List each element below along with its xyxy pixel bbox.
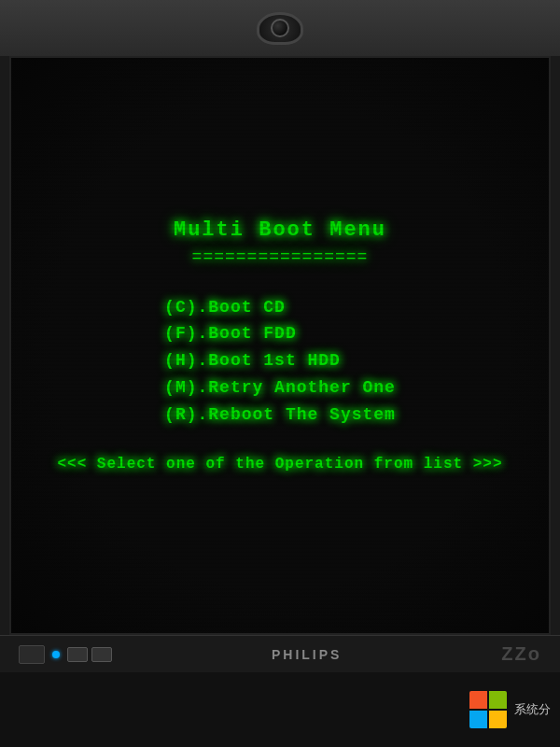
status-bar: <<< Select one of the Operation from lis… bbox=[30, 456, 530, 472]
menu-title: Multi Boot Menu bbox=[30, 218, 530, 242]
windows-logo-red bbox=[469, 691, 487, 709]
menu-separator: ================ bbox=[30, 247, 530, 266]
top-bezel bbox=[0, 0, 560, 56]
philips-brand: PHILIPS bbox=[272, 647, 342, 662]
windows-logo[interactable] bbox=[469, 691, 507, 728]
taskbar: 系统分 bbox=[0, 672, 560, 747]
menu-item-boot-cd[interactable]: (C).Boot CD bbox=[164, 294, 396, 321]
windows-logo-blue bbox=[469, 711, 487, 728]
menu-item-boot-hdd[interactable]: (H).Boot 1st HDD bbox=[164, 347, 396, 374]
windows-logo-yellow bbox=[489, 711, 507, 728]
taskbar-button-1[interactable] bbox=[19, 645, 45, 664]
small-icon-2 bbox=[91, 647, 112, 662]
sys-label: 系统分 bbox=[514, 701, 551, 718]
menu-items-list: (C).Boot CD (F).Boot FDD (H).Boot 1st HD… bbox=[164, 294, 396, 429]
menu-item-reboot[interactable]: (R).Reboot The System bbox=[164, 402, 396, 429]
watermark-area: ZZo bbox=[501, 643, 541, 665]
led-indicator bbox=[52, 651, 60, 658]
brand-left bbox=[19, 645, 112, 664]
menu-item-retry[interactable]: (M).Retry Another One bbox=[164, 374, 396, 402]
webcam-lens bbox=[271, 19, 289, 37]
bios-screen: Multi Boot Menu ================ (C).Boo… bbox=[9, 56, 551, 635]
bottom-bezel: PHILIPS ZZo 系统分 bbox=[0, 635, 560, 747]
windows-logo-green bbox=[489, 691, 507, 709]
webcam bbox=[257, 12, 303, 45]
brand-bar: PHILIPS ZZo bbox=[0, 635, 560, 672]
menu-item-boot-fdd[interactable]: (F).Boot FDD bbox=[164, 320, 396, 347]
screen-content: Multi Boot Menu ================ (C).Boo… bbox=[11, 200, 549, 492]
watermark-text: ZZo bbox=[501, 643, 541, 665]
main-wrapper: Multi Boot Menu ================ (C).Boo… bbox=[0, 0, 560, 747]
small-icon-1 bbox=[67, 647, 88, 662]
small-icons bbox=[67, 647, 112, 662]
